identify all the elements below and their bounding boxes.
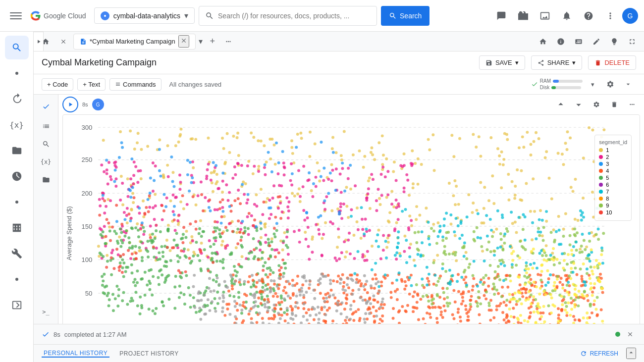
svg-point-2449 — [332, 151, 335, 154]
svg-point-1932 — [596, 296, 599, 299]
sidebar-item-table[interactable] — [5, 216, 29, 240]
toolbar-expand-button[interactable] — [620, 76, 636, 92]
gift-button[interactable] — [513, 6, 533, 26]
svg-point-508 — [323, 208, 326, 211]
add-code-button[interactable]: + Code — [42, 78, 73, 91]
tab-add-button[interactable]: + — [206, 35, 219, 49]
cell-settings-button[interactable] — [589, 97, 604, 112]
svg-point-158 — [564, 142, 567, 145]
svg-point-2105 — [419, 255, 422, 258]
terminal-button[interactable]: >_ — [38, 304, 54, 320]
svg-point-2244 — [597, 262, 600, 265]
refresh-button[interactable]: REFRESH — [580, 350, 618, 357]
svg-point-1751 — [317, 306, 320, 309]
sidebar-item-history[interactable] — [5, 87, 29, 111]
svg-point-2064 — [460, 220, 463, 223]
sidebar-item-folder[interactable] — [5, 139, 29, 162]
delete-button[interactable]: DELETE — [588, 55, 636, 70]
search-button[interactable]: Search — [381, 6, 429, 26]
find-button[interactable] — [38, 136, 54, 152]
image-button[interactable] — [535, 6, 555, 26]
svg-point-1379 — [354, 310, 357, 313]
svg-point-790 — [130, 226, 133, 229]
svg-point-1956 — [589, 303, 592, 306]
svg-point-2400 — [277, 161, 280, 164]
svg-point-2076 — [399, 255, 402, 258]
personal-history-tab[interactable]: PERSONAL HISTORY — [42, 350, 109, 358]
tab-fullscreen-button[interactable] — [624, 34, 640, 50]
avatar[interactable]: G — [622, 8, 638, 24]
sidebar-item-dot2[interactable] — [5, 190, 29, 214]
sidebar-item-schedule[interactable] — [5, 164, 29, 188]
svg-point-1741 — [291, 311, 294, 314]
svg-point-117 — [318, 179, 321, 182]
sidebar-toggle-button[interactable] — [34, 32, 44, 52]
svg-point-2247 — [533, 281, 536, 284]
svg-point-1347 — [280, 301, 283, 304]
svg-point-629 — [115, 177, 118, 180]
tab-lightbulb-button[interactable] — [606, 34, 622, 50]
svg-point-1822 — [545, 254, 548, 257]
status-close-button[interactable] — [624, 328, 636, 340]
save-button[interactable]: SAVE ▾ — [479, 55, 525, 70]
svg-point-956 — [144, 294, 147, 297]
search-input[interactable] — [218, 12, 371, 20]
sidebar-item-variables[interactable]: {x} — [5, 113, 29, 137]
tab-home-close-button[interactable] — [55, 34, 71, 50]
svg-point-1951 — [454, 251, 457, 254]
add-text-button[interactable]: + Text — [77, 78, 106, 91]
tab-pen-button[interactable] — [589, 34, 604, 50]
cell-move-up-button[interactable] — [553, 97, 569, 112]
svg-point-2031 — [581, 233, 584, 236]
svg-point-235 — [345, 251, 348, 254]
svg-point-2302 — [105, 266, 108, 269]
sidebar-item-dot1[interactable] — [5, 61, 29, 85]
tab-close-button[interactable] — [178, 35, 189, 48]
bell-button[interactable] — [557, 6, 577, 26]
svg-point-1472 — [453, 317, 456, 320]
svg-point-1445 — [441, 287, 444, 290]
folder-button[interactable] — [38, 172, 54, 188]
more-options-button[interactable] — [600, 6, 620, 26]
svg-point-623 — [315, 223, 318, 226]
share-button[interactable]: SHARE ▾ — [531, 55, 583, 70]
history-collapse-button[interactable] — [626, 348, 636, 359]
tab-home-icon-button[interactable] — [535, 34, 551, 50]
variables-button[interactable]: {x} — [38, 154, 54, 170]
svg-text:Average Spend ($): Average Spend ($) — [65, 206, 73, 260]
svg-point-128 — [412, 182, 415, 185]
sidebar-item-terminal[interactable] — [5, 293, 29, 317]
cell-delete-button[interactable] — [606, 97, 622, 112]
svg-point-2395 — [113, 180, 116, 183]
project-selector[interactable]: cymbal-data-analytics ▾ — [94, 7, 195, 24]
cell-move-down-button[interactable] — [571, 97, 587, 112]
svg-point-1354 — [342, 281, 345, 284]
help-button[interactable] — [579, 6, 598, 26]
sidebar-item-search[interactable] — [5, 36, 29, 59]
sidebar-item-dot3[interactable] — [5, 267, 29, 291]
hamburger-menu-button[interactable] — [6, 6, 26, 26]
svg-point-67 — [296, 193, 299, 196]
expand-icon — [624, 80, 632, 88]
cell-more-button[interactable] — [624, 97, 640, 112]
svg-point-1488 — [375, 310, 378, 312]
list-view-button[interactable] — [38, 118, 54, 134]
svg-point-365 — [299, 200, 302, 203]
toolbar-settings-button[interactable] — [602, 76, 618, 92]
tab-more-button[interactable] — [221, 35, 235, 49]
project-history-tab[interactable]: PROJECT HISTORY — [117, 350, 181, 357]
active-tab[interactable]: *Cymbal Marketing Campaign — [73, 34, 196, 50]
svg-point-1087 — [497, 292, 500, 295]
sidebar-item-tools[interactable] — [5, 242, 29, 265]
tab-info-button[interactable] — [553, 34, 569, 50]
svg-point-387 — [369, 207, 372, 210]
run-cell-button[interactable] — [62, 97, 78, 112]
tab-keyboard-button[interactable] — [571, 34, 587, 50]
ram-expand-button[interactable]: ▾ — [585, 76, 600, 92]
svg-point-1891 — [476, 302, 479, 305]
svg-point-1565 — [547, 277, 550, 280]
svg-point-434 — [302, 209, 305, 212]
notifications-button[interactable] — [491, 6, 511, 26]
commands-button[interactable]: Commands — [109, 78, 161, 91]
svg-point-2250 — [593, 282, 596, 285]
